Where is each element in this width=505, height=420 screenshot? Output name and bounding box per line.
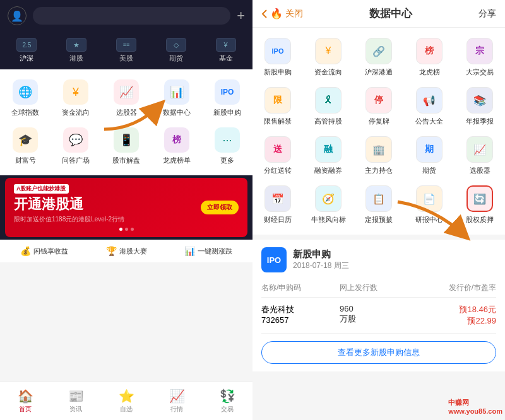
rg-qihuo2[interactable]: 期 期货	[404, 131, 454, 180]
ipo-table-row: 春光科技 732657 960 万股 预18.46元 预22.99	[261, 298, 496, 334]
quanqiu-icon: 🌐	[13, 79, 38, 105]
rg-hutong[interactable]: 🔗 沪深港通	[354, 33, 404, 82]
rg-yanbao[interactable]: 📄 研报中心	[404, 180, 454, 230]
ipo-pe: 预22.99	[418, 315, 496, 327]
tab-jijin-label: 基金	[219, 54, 233, 63]
back-chevron-icon	[261, 9, 268, 19]
ipo-th-price: 发行价/市盈率	[418, 283, 496, 293]
rg-gaoguan[interactable]: 🎗 高管持股	[303, 82, 354, 131]
tab-jijin[interactable]: ¥ 基金	[201, 35, 250, 66]
rg-niuxiong[interactable]: 🧭 牛熊风向标	[303, 180, 354, 230]
link-ganggu-race[interactable]: 🏆 港股大赛	[87, 246, 165, 256]
add-button[interactable]: +	[237, 8, 245, 24]
link-xianjin[interactable]: 💰 闲钱享收益	[5, 246, 83, 256]
nav-hangqing-label: 行情	[170, 405, 183, 414]
nav-jiaoyi[interactable]: 💱 交易	[202, 386, 252, 416]
grid-jiepan[interactable]: 📱 股市解盘	[101, 122, 152, 170]
rg-xuangu2-icon: 📈	[466, 136, 493, 163]
tab-huashen[interactable]: 2.5 沪深	[3, 35, 51, 66]
rg-rongzi[interactable]: 融 融资融券	[303, 131, 354, 180]
rg-gonggao-icon: 📢	[416, 87, 443, 114]
grid-more[interactable]: ··· 更多	[202, 122, 252, 170]
tab-ganggu[interactable]: ★ 港股	[52, 35, 101, 66]
rg-rongzi-icon: 融	[315, 136, 342, 163]
rg-xianjie-icon: 限	[264, 87, 291, 114]
xuangu-icon: 📈	[114, 79, 139, 105]
rg-fenhong-label: 分红送转	[264, 166, 292, 175]
bottom-nav: 🏠 首页 📰 资讯 ⭐ 自选 📈 行情 💱 交易	[0, 382, 252, 420]
longhu-label: 龙虎榜单	[163, 156, 191, 165]
grid-xuangu[interactable]: 📈 选股器	[101, 74, 152, 122]
nav-news[interactable]: 📰 资讯	[50, 386, 101, 416]
rg-gonggao[interactable]: 📢 公告大全	[404, 82, 454, 131]
nav-home[interactable]: 🏠 首页	[0, 386, 50, 416]
dot-1	[119, 228, 122, 231]
rg-zijin-icon: ¥	[315, 38, 342, 64]
grid-zijin[interactable]: ¥ 资金流向	[50, 74, 101, 122]
content-spacer	[0, 262, 252, 382]
market-tabs: 2.5 沪深 ★ 港股 ≡≡ 美股 ◇ 期货 ¥ 基金	[0, 32, 252, 69]
tab-meigu[interactable]: ≡≡ 美股	[102, 35, 151, 66]
grid-xingu[interactable]: IPO 新股申购	[202, 74, 252, 122]
grid-caifu[interactable]: 🎓 财富号	[0, 122, 50, 170]
rg-nianbao[interactable]: 📚 年报季报	[454, 82, 505, 131]
tab-qihuo-label: 期货	[169, 54, 183, 63]
rg-dingbao[interactable]: 📋 定报预披	[354, 180, 404, 230]
rg-longhu[interactable]: 榜 龙虎榜	[404, 33, 454, 82]
rg-niuxiong-label: 牛熊风向标	[311, 215, 346, 225]
tab-jijin-icon: ¥	[216, 38, 236, 52]
ipo-company-name: 春光科技	[261, 304, 340, 315]
link-cejia[interactable]: 📊 一键测涨跌	[169, 246, 247, 256]
nav-zixuan[interactable]: ⭐ 自选	[101, 386, 152, 416]
dot-3	[131, 228, 134, 231]
jiaoyi-icon: 💱	[220, 388, 235, 404]
ipo-more-button[interactable]: 查看更多新股申购信息	[261, 341, 496, 364]
tab-qihuo[interactable]: ◇ 期货	[152, 35, 200, 66]
ipo-shares-num: 960	[340, 304, 418, 313]
banner: A股账户也能炒港股 开通港股通 限时加送价值1188元的港股Level-2行情 …	[5, 178, 247, 237]
nav-hangqing[interactable]: 📈 行情	[152, 386, 202, 416]
nav-jiaoyi-label: 交易	[221, 405, 234, 414]
rg-nianbao-label: 年报季报	[466, 117, 494, 126]
rg-ipo[interactable]: IPO 新股申购	[252, 33, 303, 82]
rg-xianjie[interactable]: 限 限售解禁	[252, 82, 303, 131]
more-label: 更多	[220, 156, 234, 165]
watermark: 中赚网www.you85.com	[448, 398, 502, 415]
rg-guzhi[interactable]: 🔄 股权质押	[454, 180, 505, 230]
banner-badge: A股账户也能炒港股	[14, 184, 69, 194]
rg-qihuo2-icon: 期	[416, 136, 443, 163]
tab-qihuo-icon: ◇	[166, 38, 186, 52]
ipo-table-header: 名称/申购码 网上发行数 发行价/市盈率	[261, 279, 496, 298]
ipo-header: IPO 新股申购 2018-07-18 周三	[261, 247, 496, 272]
shuju-icon: 📊	[164, 79, 189, 105]
zijin-icon: ¥	[63, 79, 88, 105]
grid-longhu[interactable]: 榜 龙虎榜单	[152, 122, 202, 170]
wenda-icon: 💬	[63, 127, 88, 153]
tab-meigu-icon: ≡≡	[116, 38, 136, 52]
banner-button[interactable]: 立即领取	[201, 201, 239, 214]
rg-xuangu2[interactable]: 📈 选股器	[454, 131, 505, 180]
back-button[interactable]: 🔥 关闭	[261, 8, 303, 20]
ipo-company: 春光科技 732657	[261, 304, 340, 327]
ipo-price: 预18.46元	[418, 304, 496, 315]
rg-zijin[interactable]: ¥ 资金流向	[303, 33, 354, 82]
rg-caijing[interactable]: 📅 财经日历	[252, 180, 303, 230]
search-input[interactable]	[33, 7, 230, 25]
grid-wenda[interactable]: 💬 问答广场	[50, 122, 101, 170]
rg-guzhi-label: 股权质押	[466, 215, 494, 225]
cejia-label: 一键测涨跌	[198, 247, 232, 256]
rg-dazong[interactable]: 宗 大宗交易	[454, 33, 505, 82]
ipo-shares-unit: 万股	[340, 313, 418, 325]
share-button[interactable]: 分享	[478, 8, 496, 20]
rg-fenhong[interactable]: 送 分红送转	[252, 131, 303, 180]
grid-quanqiu[interactable]: 🌐 全球指数	[0, 74, 50, 122]
ipo-date: 2018-07-18 周三	[293, 260, 349, 271]
grid-shuju[interactable]: 📊 数据中心	[152, 74, 202, 122]
caifu-icon: 🎓	[13, 127, 38, 153]
right-panel: 🔥 关闭 数据中心 分享 IPO 新股申购 ¥ 资金流向 🔗 沪深港通 榜	[252, 0, 505, 420]
home-icon: 🏠	[18, 388, 33, 404]
rg-tingpai[interactable]: 停 停复牌	[354, 82, 404, 131]
rg-zhuli[interactable]: 🏢 主力持仓	[354, 131, 404, 180]
avatar-icon[interactable]: 👤	[8, 6, 27, 25]
tab-ganggu-label: 港股	[69, 54, 83, 63]
